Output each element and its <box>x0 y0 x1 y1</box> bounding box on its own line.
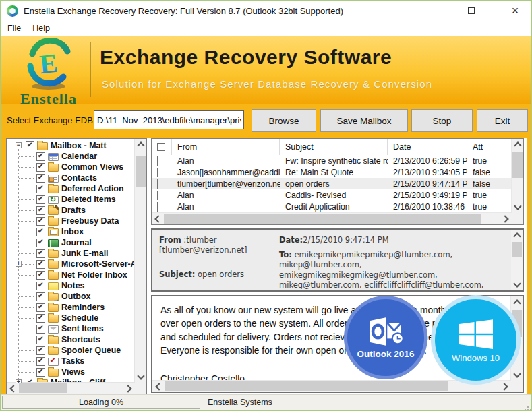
checkbox[interactable] <box>36 195 45 204</box>
tree-horizontal-scrollbar[interactable] <box>7 382 135 394</box>
scroll-up-icon[interactable] <box>513 299 521 307</box>
mail-row[interactable]: Jason[jasonhammer@caddiscon...Re: Main S… <box>152 166 523 178</box>
tree-item[interactable]: Deleted Items <box>7 194 135 205</box>
tree-item[interactable]: Common Views <box>7 162 135 172</box>
column-subject[interactable]: Subject <box>280 139 388 155</box>
checkbox[interactable] <box>36 217 45 226</box>
scroll-right-icon[interactable] <box>500 383 508 390</box>
menu-file[interactable]: File <box>7 24 21 33</box>
tree-item[interactable]: Outbox <box>7 291 135 302</box>
checkbox[interactable] <box>26 141 34 150</box>
scroll-up-icon[interactable] <box>514 141 521 149</box>
checkbox[interactable] <box>36 325 45 334</box>
expand-minus-icon[interactable]: − <box>16 142 22 148</box>
checkbox[interactable] <box>36 303 45 312</box>
tree-item[interactable]: Notes <box>7 280 135 291</box>
checkbox[interactable] <box>157 156 158 166</box>
scrollbar-thumb[interactable] <box>165 381 448 391</box>
resize-grip-icon[interactable] <box>527 406 529 408</box>
menu-help[interactable]: Help <box>32 24 50 33</box>
tree-item-label: Schedule <box>61 313 98 323</box>
checkbox[interactable] <box>157 202 158 212</box>
scrollbar-thumb[interactable] <box>512 242 522 257</box>
maximize-button[interactable] <box>461 1 481 20</box>
mail-row[interactable]: AlanCredit Application2/16/2010 10:38:46… <box>152 201 523 212</box>
expand-plus-icon[interactable]: + <box>16 379 22 383</box>
scroll-down-icon[interactable] <box>514 202 521 210</box>
tree-item[interactable]: Calendar <box>7 151 135 162</box>
mail-row[interactable]: AlanCaddis- Revised2/15/2010 9:49:19 PMt… <box>152 189 523 201</box>
tree-item[interactable]: Sent Items <box>7 323 135 334</box>
tree-item[interactable]: Schedule <box>7 313 135 323</box>
checkbox[interactable] <box>36 249 45 258</box>
tree-item[interactable]: Junk E-mail <box>7 248 135 259</box>
save-mailbox-button[interactable]: Save Mailbox <box>320 109 408 132</box>
checkbox[interactable] <box>36 346 45 355</box>
scroll-right-icon[interactable] <box>124 385 131 392</box>
tree-item[interactable]: Reminders <box>7 302 135 313</box>
header-vertical-scrollbar[interactable] <box>511 230 523 290</box>
scrollbar-thumb[interactable] <box>19 383 67 393</box>
checkbox[interactable] <box>36 206 45 215</box>
tree-item[interactable]: Deferred Action <box>7 183 135 194</box>
checkbox[interactable] <box>36 282 45 290</box>
checkbox[interactable] <box>36 152 45 161</box>
minimize-button[interactable] <box>414 1 434 20</box>
scroll-right-icon[interactable] <box>501 215 508 222</box>
exit-button[interactable]: Exit <box>477 109 528 132</box>
mail-vertical-scrollbar[interactable] <box>511 139 523 213</box>
tree-item[interactable]: Shortcuts <box>7 334 135 345</box>
scrollbar-thumb[interactable] <box>136 156 146 187</box>
checkbox[interactable] <box>157 191 158 200</box>
checkbox[interactable] <box>36 357 45 366</box>
tree-item[interactable]: −Mailbox - Matt <box>7 140 135 151</box>
tree-item[interactable]: Net Folder Inbox <box>7 270 135 280</box>
mail-horizontal-scrollbar[interactable] <box>152 212 512 224</box>
checkbox[interactable] <box>36 271 45 280</box>
tree-vertical-scrollbar[interactable] <box>134 139 146 383</box>
checkbox[interactable] <box>157 179 158 189</box>
checkbox[interactable] <box>36 185 45 193</box>
tree-item[interactable]: Spooler Queue <box>7 345 135 356</box>
body-horizontal-scrollbar[interactable] <box>152 380 511 392</box>
tree-item[interactable]: Freebusy Data <box>7 216 135 226</box>
scroll-left-icon[interactable] <box>9 385 17 392</box>
scroll-down-icon[interactable] <box>513 370 521 377</box>
select-all-checkbox[interactable] <box>157 143 165 151</box>
scrollbar-thumb[interactable] <box>512 152 523 178</box>
checkbox[interactable] <box>36 228 45 236</box>
scroll-down-icon[interactable] <box>513 280 521 287</box>
scroll-left-icon[interactable] <box>155 383 162 390</box>
column-att[interactable]: Att <box>467 139 512 155</box>
checkbox[interactable] <box>36 368 45 377</box>
column-date[interactable]: Date <box>388 139 467 155</box>
column-from[interactable]: From <box>172 139 280 155</box>
tree-item[interactable]: Contacts <box>7 172 135 183</box>
close-button[interactable]: × <box>505 1 525 20</box>
tree-item[interactable]: Inbox <box>7 226 135 237</box>
scroll-up-icon[interactable] <box>137 141 144 149</box>
tree-item[interactable]: Journal <box>7 237 135 248</box>
edb-path-input[interactable] <box>94 110 244 129</box>
scrollbar-thumb[interactable] <box>164 214 481 224</box>
expand-plus-icon[interactable]: + <box>16 261 22 267</box>
checkbox[interactable] <box>36 260 45 269</box>
checkbox[interactable] <box>36 314 45 323</box>
mail-row[interactable]: tlumber[tlumber@verizon.net]open orders2… <box>152 178 523 189</box>
stop-button[interactable]: Stop <box>411 109 473 132</box>
scroll-up-icon[interactable] <box>513 232 521 240</box>
scroll-down-icon[interactable] <box>137 372 144 379</box>
checkbox[interactable] <box>36 163 45 172</box>
browse-button[interactable]: Browse <box>252 109 316 132</box>
scroll-left-icon[interactable] <box>154 215 162 222</box>
checkbox[interactable] <box>36 292 45 301</box>
tree-item[interactable]: +Microsoft-Server-A <box>7 259 135 270</box>
checkbox[interactable] <box>36 239 45 247</box>
tree-item[interactable]: Drafts <box>7 205 135 216</box>
tree-item[interactable]: Views <box>7 367 135 377</box>
checkbox[interactable] <box>157 168 158 177</box>
tree-item[interactable]: Tasks <box>7 356 135 367</box>
checkbox[interactable] <box>36 336 45 344</box>
mail-row[interactable]: AlanFw: Inspire synthetic slate ro...2/1… <box>152 155 523 166</box>
checkbox[interactable] <box>36 174 45 183</box>
